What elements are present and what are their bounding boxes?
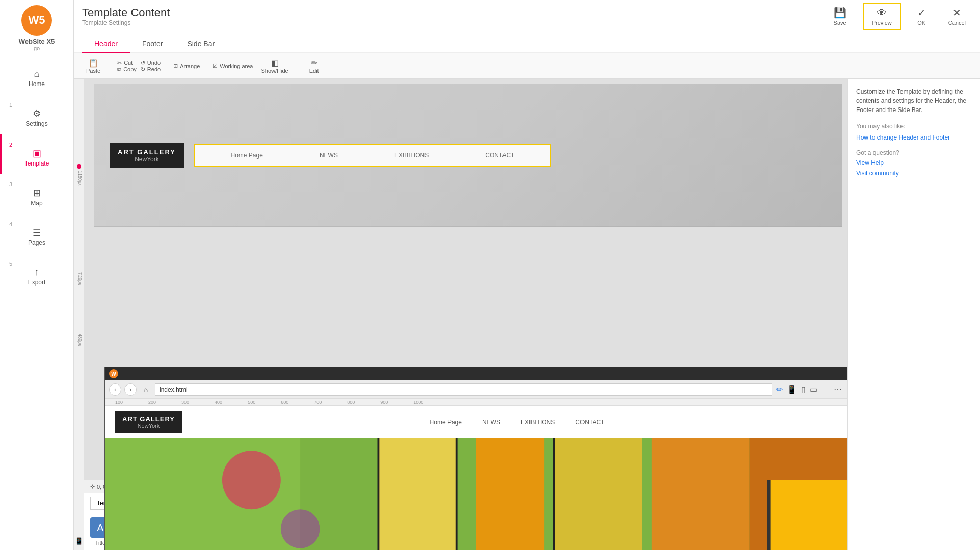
nav-number: 1 (9, 102, 12, 108)
position-coords: ⊹ 0, 0 (90, 483, 106, 490)
ruler-marks: 100 200 300 400 500 600 700 800 900 1000 (115, 400, 423, 405)
nav-number: 4 (9, 221, 12, 227)
nav-yellow-border: Home Page NEWS EXIBITIONS CONTACT (194, 144, 551, 167)
browser-home-button[interactable]: ⌂ (140, 383, 152, 396)
browser-url-input[interactable] (155, 383, 772, 396)
export-icon: ↑ (35, 267, 39, 278)
undo-label: Undo (147, 60, 161, 66)
sidebar-item-label: Map (31, 200, 42, 207)
ok-button[interactable]: ✓ OK (911, 4, 932, 29)
browser-mobile-icon[interactable]: 📱 (786, 383, 798, 395)
redo-button[interactable]: ↻ Redo (141, 66, 161, 73)
browser-back-button[interactable]: ‹ (109, 383, 121, 396)
canvas-preview: ART GALLERY NewYork Home Page NEWS EXIBI… (94, 84, 842, 227)
edit-label: Edit (309, 68, 319, 74)
checkbox-icon: ☑ (213, 63, 218, 69)
visit-community-link[interactable]: Visit community (856, 170, 972, 177)
site-nav-3[interactable]: CONTACT (575, 419, 604, 426)
hero-svg (105, 438, 847, 550)
app-brand: WebSite X5 (19, 38, 55, 45)
browser-toolbar: ‹ › ⌂ ✏ 📱 ▯ ▭ 🖥 ⋯ (105, 380, 847, 399)
sidebar-item-home[interactable]: ⌂ Home (0, 62, 73, 95)
cut-icon: ✂ (117, 60, 122, 66)
browser-edit-icon[interactable]: ✏ (775, 383, 784, 395)
sidebar-item-export[interactable]: 5 ↑ Export (0, 254, 73, 293)
sidebar-item-label: Template (24, 160, 49, 167)
main-content: Template Content Template Settings 💾 Sav… (74, 0, 980, 550)
preview-browser: ‹ › ⌂ ✏ 📱 ▯ ▭ 🖥 ⋯ (105, 380, 847, 550)
browser-icons: ✏ 📱 ▯ ▭ 🖥 ⋯ (775, 383, 843, 395)
copy-icon: ⧉ (117, 66, 121, 73)
site-hero-image (105, 438, 847, 550)
browser-more-icon[interactable]: ⋯ (833, 383, 843, 395)
ruler-line (94, 226, 842, 227)
nav-menu: ⌂ Home 1 ⚙ Settings 2 ▣ Template 3 ⊞ Map… (0, 62, 73, 293)
arrange-group: ⊡ Arrange (173, 63, 200, 69)
preview-button[interactable]: 👁 Preview (863, 3, 901, 30)
sidebar-item-map[interactable]: 3 ⊞ Map (0, 174, 73, 214)
app-logo: W5 (21, 5, 52, 36)
view-help-link[interactable]: View Help (856, 159, 972, 167)
save-icon: 💾 (834, 7, 846, 19)
site-nav-0[interactable]: Home Page (430, 419, 462, 426)
arrange-label: Arrange (180, 63, 200, 69)
cut-button[interactable]: ✂ Cut (117, 60, 137, 66)
px-1150: 1150px (77, 171, 83, 186)
page-subtitle: Template Settings (82, 19, 170, 26)
site-nav-2[interactable]: EXIBITIONS (521, 419, 555, 426)
sidebar-item-label: Settings (25, 120, 47, 127)
top-bar: Template Content Template Settings 💾 Sav… (74, 0, 980, 33)
edit-button[interactable]: ✏ Edit (305, 56, 323, 76)
tab-footer[interactable]: Footer (130, 36, 175, 53)
cancel-button[interactable]: ✕ Cancel (942, 4, 972, 29)
browser-tablet-portrait-icon[interactable]: ▯ (800, 383, 807, 395)
save-label: Save (834, 20, 846, 26)
cancel-label: Cancel (948, 20, 966, 26)
save-button[interactable]: 💾 Save (828, 4, 853, 29)
sidebar-item-label: Home (29, 80, 45, 88)
redo-label: Redo (147, 66, 161, 72)
toolbar-separator-3 (206, 59, 206, 74)
site-nav: Home Page NEWS EXIBITIONS CONTACT (197, 419, 837, 426)
browser-tablet-landscape-icon[interactable]: ▭ (809, 383, 818, 395)
undo-icon: ↺ (141, 60, 145, 66)
undo-button[interactable]: ↺ Undo (141, 60, 161, 66)
edit-icon: ✏ (311, 58, 317, 68)
nav-number: 3 (9, 181, 12, 187)
nav-item-1: NEWS (320, 152, 338, 159)
logo-area: W5 WebSite X5 go (19, 5, 55, 51)
copy-button[interactable]: ⧉ Copy (117, 66, 137, 73)
pages-icon: ☰ (33, 227, 41, 238)
tab-bar: Header Footer Side Bar (74, 33, 980, 53)
px-720: 720px (77, 272, 83, 285)
site-preview: ART GALLERY NewYork Home Page NEWS EXIBI… (105, 406, 847, 550)
map-icon: ⊞ (33, 187, 41, 199)
mobile-device-icon: 📱 (75, 537, 83, 545)
ok-label: OK (917, 20, 925, 26)
site-logo: ART GALLERY NewYork (115, 411, 182, 433)
home-icon: ⌂ (34, 69, 40, 79)
svg-rect-2 (378, 438, 456, 550)
header-footer-link[interactable]: How to change Header and Footer (856, 134, 972, 141)
tab-sidebar[interactable]: Side Bar (175, 36, 227, 53)
svg-rect-5 (652, 438, 750, 550)
working-area-checkbox[interactable]: ☑ Working area (213, 63, 253, 69)
site-nav-1[interactable]: NEWS (482, 419, 500, 426)
cut-label: Cut (124, 60, 133, 66)
show-hide-button[interactable]: ◧ Show/Hide (257, 56, 292, 76)
show-hide-label: Show/Hide (261, 68, 288, 74)
canvas-stage[interactable]: ART GALLERY NewYork Home Page NEWS EXIBI… (84, 79, 847, 550)
arrange-button[interactable]: ⊡ Arrange (173, 63, 200, 69)
sidebar-item-template[interactable]: 2 ▣ Template (0, 134, 73, 174)
sidebar-item-settings[interactable]: 1 ⚙ Settings (0, 95, 73, 134)
gallery-title: ART GALLERY (118, 148, 176, 156)
browser-desktop-icon[interactable]: 🖥 (820, 384, 831, 395)
browser-forward-button[interactable]: › (124, 383, 137, 396)
tab-header[interactable]: Header (82, 36, 130, 53)
site-logo-sub: NewYork (122, 423, 175, 429)
paste-button[interactable]: 📋 Paste (82, 56, 104, 76)
sidebar-item-pages[interactable]: 4 ☰ Pages (0, 214, 73, 254)
toolbar-separator-4 (299, 59, 299, 74)
nav-item-0: Home Page (230, 152, 262, 159)
sidebar: W5 WebSite X5 go ⌂ Home 1 ⚙ Settings 2 ▣… (0, 0, 74, 550)
